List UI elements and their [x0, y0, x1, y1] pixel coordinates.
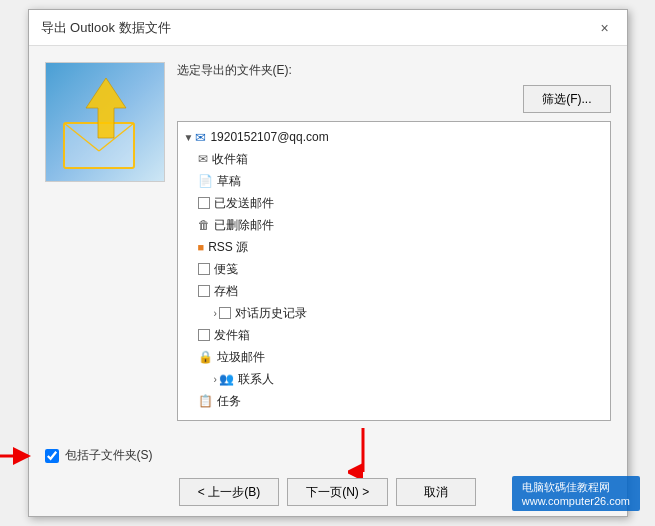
- tree-item-rss[interactable]: ■ RSS 源: [178, 236, 610, 258]
- export-dialog: 导出 Outlook 数据文件 ×: [28, 9, 628, 517]
- include-subfolders-checkbox[interactable]: [45, 449, 59, 463]
- tasks-label: 任务: [217, 393, 241, 410]
- close-button[interactable]: ×: [595, 18, 615, 38]
- outbox-checkbox-icon: [198, 329, 210, 341]
- tree-item-draft[interactable]: 📄 草稿: [178, 170, 610, 192]
- trash-icon: 🗑: [198, 218, 210, 232]
- deleted-label: 已删除邮件: [214, 217, 274, 234]
- archive-checkbox-icon: [198, 285, 210, 297]
- account-label: 1920152107@qq.com: [210, 130, 328, 144]
- notes-label: 便笺: [214, 261, 238, 278]
- prev-button[interactable]: < 上一步(B): [179, 478, 279, 506]
- rss-icon: ■: [198, 241, 205, 253]
- archive-label: 存档: [214, 283, 238, 300]
- tree-item-deleted[interactable]: 🗑 已删除邮件: [178, 214, 610, 236]
- left-panel: [45, 62, 165, 421]
- subfolder-row: 包括子文件夹(S): [45, 447, 611, 464]
- chat-label: 对话历史记录: [235, 305, 307, 322]
- cancel-button[interactable]: 取消: [396, 478, 476, 506]
- contacts-label: 联系人: [238, 371, 274, 388]
- logo-svg: [46, 63, 165, 182]
- rss-label: RSS 源: [208, 239, 248, 256]
- email-account-icon: ✉: [195, 130, 206, 145]
- contacts-expand-icon: ›: [214, 374, 217, 385]
- tree-root-item[interactable]: ▼ ✉ 1920152107@qq.com: [178, 126, 610, 148]
- red-arrow-down-svg: [348, 428, 378, 478]
- chat-checkbox-icon: [219, 307, 231, 319]
- tree-item-contacts[interactable]: › 👥 联系人: [178, 368, 610, 390]
- inbox-icon: ✉: [198, 152, 208, 166]
- include-subfolders-label: 包括子文件夹(S): [65, 447, 153, 464]
- dialog-footer: 包括子文件夹(S) < 上一步(B) 下一页(N) > 取消: [29, 437, 627, 516]
- junk-icon: 🔒: [198, 350, 213, 364]
- tree-item-sent[interactable]: 已发送邮件: [178, 192, 610, 214]
- notes-checkbox-icon: [198, 263, 210, 275]
- filter-button[interactable]: 筛选(F)...: [523, 85, 610, 113]
- button-row: < 上一步(B) 下一页(N) > 取消: [45, 474, 611, 506]
- bottom-section: 包括子文件夹(S) < 上一步(B) 下一页(N) > 取消: [29, 437, 627, 516]
- tree-item-chat[interactable]: › 对话历史记录: [178, 302, 610, 324]
- tree-item-junk[interactable]: 🔒 垃圾邮件: [178, 346, 610, 368]
- section-label: 选定导出的文件夹(E):: [177, 62, 611, 79]
- tree-item-tasks[interactable]: 📋 任务: [178, 390, 610, 412]
- folder-tree[interactable]: ▼ ✉ 1920152107@qq.com ✉ 收件箱 📄 草稿 已发送邮: [177, 121, 611, 421]
- inbox-label: 收件箱: [212, 151, 248, 168]
- tree-item-outbox[interactable]: 发件箱: [178, 324, 610, 346]
- junk-label: 垃圾邮件: [217, 349, 265, 366]
- right-panel: 选定导出的文件夹(E): 筛选(F)... ▼ ✉ 1920152107@qq.…: [177, 62, 611, 421]
- draft-label: 草稿: [217, 173, 241, 190]
- title-bar: 导出 Outlook 数据文件 ×: [29, 10, 627, 46]
- draft-icon: 📄: [198, 174, 213, 188]
- dialog-title: 导出 Outlook 数据文件: [41, 19, 171, 37]
- sent-checkbox-icon: [198, 197, 210, 209]
- tree-item-notes[interactable]: 便笺: [178, 258, 610, 280]
- outlook-logo: [45, 62, 165, 182]
- tree-item-archive[interactable]: 存档: [178, 280, 610, 302]
- filter-row: 筛选(F)...: [177, 85, 611, 113]
- chat-expand-icon: ›: [214, 308, 217, 319]
- contacts-icon: 👥: [219, 372, 234, 386]
- tasks-icon: 📋: [198, 394, 213, 408]
- dialog-body: 选定导出的文件夹(E): 筛选(F)... ▼ ✉ 1920152107@qq.…: [29, 46, 627, 437]
- expand-icon: ▼: [184, 132, 194, 143]
- next-button[interactable]: 下一页(N) >: [287, 478, 388, 506]
- outbox-label: 发件箱: [214, 327, 250, 344]
- tree-item-inbox[interactable]: ✉ 收件箱: [178, 148, 610, 170]
- red-arrow-left-svg: [0, 445, 35, 467]
- sent-label: 已发送邮件: [214, 195, 274, 212]
